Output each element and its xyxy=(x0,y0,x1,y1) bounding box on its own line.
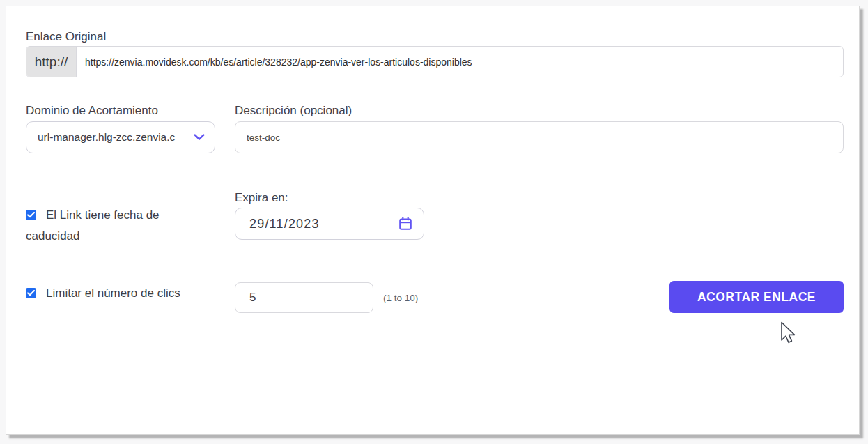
checkmark-icon xyxy=(27,290,35,296)
page: Enlace Original http:// Dominio de Acort… xyxy=(0,0,868,444)
click-limit-input[interactable] xyxy=(235,282,373,313)
click-limit-checkbox-label: Limitar el número de clics xyxy=(46,286,180,300)
expiry-checkbox[interactable] xyxy=(26,210,36,220)
expiry-date-label: Expira en: xyxy=(235,191,288,205)
domain-label: Dominio de Acortamiento xyxy=(26,104,158,118)
domain-select-value: url-manager.hlg-zcc.zenvia.c xyxy=(38,131,194,144)
chevron-down-icon xyxy=(194,134,205,141)
calendar-icon[interactable] xyxy=(398,217,412,231)
checkmark-icon xyxy=(27,212,35,218)
domain-select[interactable]: url-manager.hlg-zcc.zenvia.c xyxy=(26,121,215,153)
url-protocol-prefix: http:// xyxy=(26,47,77,77)
description-input[interactable] xyxy=(235,121,844,153)
form-panel: Enlace Original http:// Dominio de Acort… xyxy=(6,6,860,435)
expiry-date-value: 29/11/2023 xyxy=(249,217,398,231)
shorten-link-button[interactable]: ACORTAR ENLACE xyxy=(669,281,844,313)
expiry-date-input[interactable]: 29/11/2023 xyxy=(235,208,424,240)
click-limit-checkbox[interactable] xyxy=(26,288,36,298)
original-link-input[interactable] xyxy=(77,47,843,77)
description-label: Descripción (opcional) xyxy=(235,104,352,118)
click-limit-checkbox-row: Limitar el número de clics xyxy=(26,283,235,304)
click-limit-hint: (1 to 10) xyxy=(383,293,418,303)
expiry-checkbox-row: El Link tiene fecha de caducidad xyxy=(26,205,192,247)
original-link-label: Enlace Original xyxy=(26,30,106,44)
expiry-checkbox-label: El Link tiene fecha de caducidad xyxy=(26,208,160,243)
original-link-field: http:// xyxy=(26,46,844,77)
